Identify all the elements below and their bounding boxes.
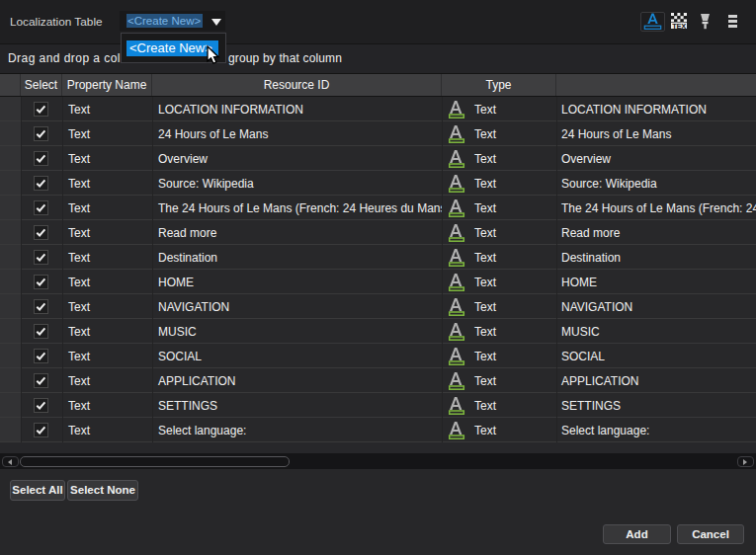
svg-text:TEX: TEX	[672, 22, 686, 29]
